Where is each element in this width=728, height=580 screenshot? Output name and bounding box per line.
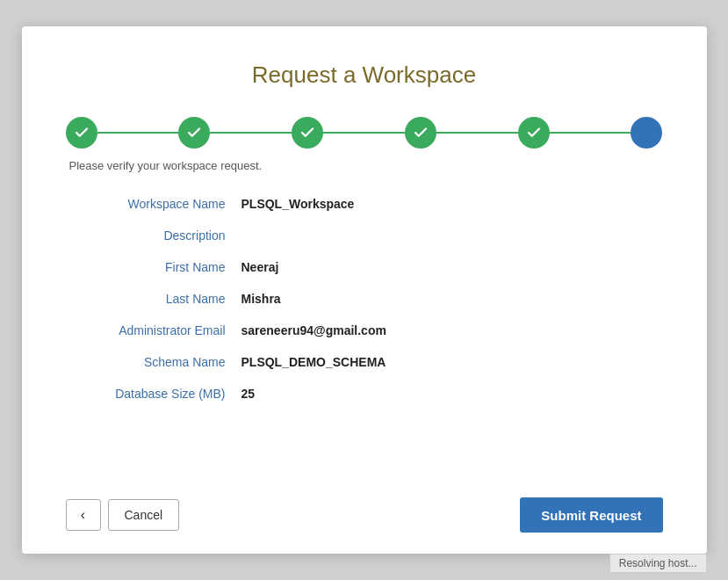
field-value-6: 25	[241, 387, 256, 401]
status-bar: Resolving host...	[609, 554, 707, 573]
field-row-4: Administrator Emailsareneeru94@gmail.com	[66, 323, 663, 337]
back-icon: ‹	[81, 507, 85, 523]
step-subtitle: Please verify your workspace request.	[66, 159, 663, 172]
field-row-2: First NameNeeraj	[66, 260, 663, 274]
cancel-button[interactable]: Cancel	[108, 499, 180, 531]
field-row-1: Description	[66, 228, 663, 243]
fields-container: Workspace NamePLSQL_WorkspaceDescription…	[66, 197, 663, 418]
field-value-5: PLSQL_DEMO_SCHEMA	[241, 355, 386, 369]
step-circle-5	[518, 117, 550, 149]
dialog-title: Request a Workspace	[66, 62, 663, 89]
step-line-4	[436, 132, 518, 134]
field-row-0: Workspace NamePLSQL_Workspace	[66, 197, 663, 211]
field-row-3: Last NameMishra	[66, 292, 663, 306]
field-label-6: Database Size (MB)	[66, 387, 241, 401]
field-label-1: Description	[66, 228, 241, 243]
stepper	[66, 117, 663, 149]
dialog: Request a Workspace Please verify your w…	[22, 26, 707, 554]
step-circle-3	[292, 117, 323, 149]
field-row-6: Database Size (MB)25	[66, 387, 663, 401]
dialog-footer: ‹ Cancel Submit Request	[66, 476, 663, 554]
field-value-2: Neeraj	[241, 260, 279, 274]
page-wrapper: Request a Workspace Please verify your w…	[22, 26, 707, 554]
field-row-5: Schema NamePLSQL_DEMO_SCHEMA	[66, 355, 663, 369]
step-circle-4	[405, 117, 436, 149]
step-line-1	[97, 132, 179, 134]
step-line-2	[210, 132, 292, 134]
step-circle-2	[178, 117, 210, 149]
field-value-3: Mishra	[241, 292, 281, 306]
step-circle-6	[631, 117, 662, 149]
step-circle-1	[66, 117, 97, 149]
field-label-0: Workspace Name	[66, 197, 241, 211]
submit-button[interactable]: Submit Request	[520, 497, 662, 533]
back-button[interactable]: ‹	[66, 499, 101, 531]
field-value-4: sareneeru94@gmail.com	[241, 323, 386, 337]
step-line-5	[550, 132, 631, 134]
field-label-5: Schema Name	[66, 355, 241, 369]
field-label-2: First Name	[66, 260, 241, 274]
step-line-3	[323, 132, 405, 134]
field-label-3: Last Name	[66, 292, 241, 306]
field-label-4: Administrator Email	[66, 323, 241, 337]
footer-left: ‹ Cancel	[66, 499, 180, 531]
field-value-0: PLSQL_Workspace	[241, 197, 355, 211]
